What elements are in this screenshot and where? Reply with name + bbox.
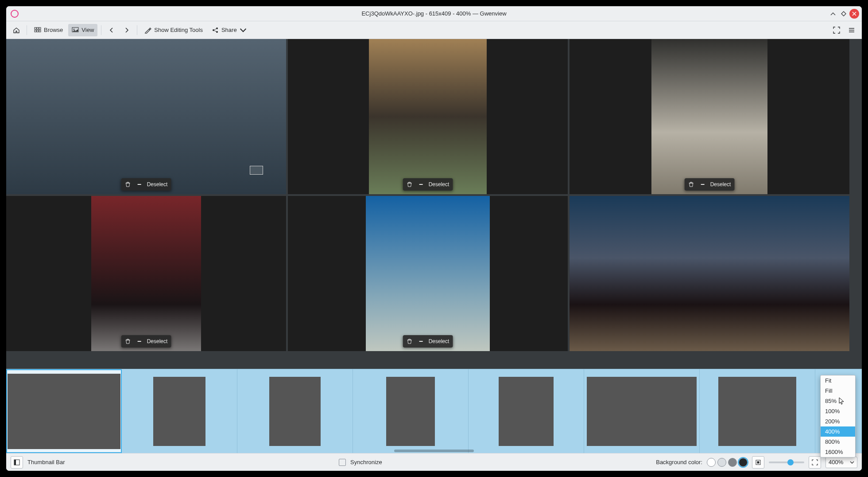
thumb-1[interactable] bbox=[6, 369, 122, 453]
zoom-opt-fit[interactable]: Fit bbox=[821, 375, 855, 386]
zoom-fit-button[interactable] bbox=[752, 456, 764, 469]
svg-point-9 bbox=[216, 27, 218, 29]
thumb-2[interactable] bbox=[122, 369, 237, 453]
chevron-down-icon bbox=[850, 460, 854, 465]
maximize-button[interactable] bbox=[839, 9, 849, 19]
deselect-label[interactable]: Deselect bbox=[147, 181, 168, 188]
thumb-7[interactable] bbox=[700, 369, 815, 453]
cursor-icon bbox=[839, 397, 845, 405]
home-button[interactable] bbox=[10, 24, 23, 36]
deselect-label[interactable]: Deselect bbox=[429, 338, 450, 344]
remove-icon[interactable] bbox=[698, 180, 708, 189]
browse-button[interactable]: Browse bbox=[31, 24, 66, 36]
bg-color-label: Background color: bbox=[656, 459, 702, 465]
image-pane-5[interactable]: Deselect bbox=[288, 196, 568, 351]
bg-color-light[interactable] bbox=[717, 458, 726, 467]
svg-point-7 bbox=[74, 28, 75, 30]
forward-button[interactable] bbox=[120, 24, 133, 36]
chevron-down-icon bbox=[240, 27, 247, 34]
svg-rect-5 bbox=[39, 30, 41, 32]
deselect-label[interactable]: Deselect bbox=[147, 338, 168, 344]
remove-icon[interactable] bbox=[416, 180, 426, 189]
svg-point-8 bbox=[213, 29, 214, 31]
trash-icon[interactable] bbox=[405, 180, 415, 189]
synchronize-label: Synchronize bbox=[350, 459, 382, 465]
zoom-opt-400[interactable]: 400% bbox=[821, 426, 855, 437]
zoom-100-button[interactable] bbox=[809, 456, 821, 469]
deselect-label[interactable]: Deselect bbox=[429, 181, 450, 188]
pane-toolbar: Deselect bbox=[121, 178, 171, 191]
fullscreen-button[interactable] bbox=[830, 24, 843, 36]
image-pane-6[interactable] bbox=[570, 196, 849, 351]
share-button[interactable]: Share bbox=[208, 24, 250, 36]
thumbnail-bar-label: Thumbnail Bar bbox=[27, 459, 65, 465]
bg-color-group bbox=[707, 458, 748, 467]
bg-color-dark[interactable] bbox=[739, 458, 748, 467]
zoom-opt-200[interactable]: 200% bbox=[821, 416, 855, 426]
image-pane-2[interactable]: Deselect bbox=[288, 39, 568, 194]
thumb-4[interactable] bbox=[353, 369, 469, 453]
zoom-dropdown[interactable]: Fit Fill 85% 100% 200% 400% 800% 1600% bbox=[820, 375, 856, 457]
remove-icon[interactable] bbox=[135, 180, 144, 189]
trash-icon[interactable] bbox=[686, 180, 696, 189]
trash-icon[interactable] bbox=[405, 336, 415, 346]
back-button[interactable] bbox=[105, 24, 118, 36]
svg-rect-3 bbox=[35, 30, 36, 32]
show-editing-tools-button[interactable]: Show Editing Tools bbox=[141, 24, 206, 36]
thumbnail-bar[interactable] bbox=[6, 369, 862, 453]
window-title: ECj3QdoWkAAYXO-.jpg - 615x409 - 400% — G… bbox=[361, 10, 506, 17]
trash-icon[interactable] bbox=[123, 336, 133, 346]
synchronize-checkbox[interactable] bbox=[339, 459, 346, 466]
zoom-opt-800[interactable]: 800% bbox=[821, 437, 855, 447]
close-button[interactable] bbox=[849, 9, 859, 19]
browse-label: Browse bbox=[44, 27, 63, 33]
thumb-5[interactable] bbox=[469, 369, 584, 453]
svg-rect-4 bbox=[37, 30, 39, 32]
bg-color-white[interactable] bbox=[707, 458, 716, 467]
svg-rect-12 bbox=[14, 460, 16, 465]
zoom-value: 400% bbox=[829, 459, 843, 465]
nav-indicator[interactable] bbox=[250, 166, 263, 175]
thumb-6[interactable] bbox=[584, 369, 700, 453]
image-pane-3[interactable]: Deselect bbox=[570, 39, 849, 194]
zoom-opt-85[interactable]: 85% bbox=[821, 396, 855, 406]
remove-icon[interactable] bbox=[416, 336, 426, 346]
image-pane-4[interactable]: Deselect bbox=[6, 196, 286, 351]
zoom-opt-1600[interactable]: 1600% bbox=[821, 447, 855, 457]
thumb-3[interactable] bbox=[237, 369, 353, 453]
remove-icon[interactable] bbox=[135, 336, 144, 346]
minimize-button[interactable] bbox=[828, 9, 838, 19]
toggle-thumbnail-bar-button[interactable] bbox=[11, 456, 23, 469]
svg-rect-0 bbox=[35, 27, 36, 29]
image-pane-1[interactable]: Deselect bbox=[6, 39, 286, 194]
bg-color-gray[interactable] bbox=[728, 458, 737, 467]
trash-icon[interactable] bbox=[123, 180, 133, 189]
view-button[interactable]: View bbox=[68, 24, 97, 36]
svg-rect-1 bbox=[37, 27, 39, 29]
zoom-opt-100[interactable]: 100% bbox=[821, 406, 855, 416]
svg-rect-2 bbox=[39, 27, 41, 29]
zoom-opt-fill[interactable]: Fill bbox=[821, 386, 855, 396]
deselect-label[interactable]: Deselect bbox=[710, 181, 731, 188]
hamburger-menu-button[interactable] bbox=[845, 24, 858, 36]
zoom-combobox[interactable]: 400% bbox=[825, 457, 857, 468]
share-label: Share bbox=[221, 27, 237, 33]
app-icon bbox=[11, 10, 19, 18]
svg-rect-14 bbox=[757, 461, 760, 463]
svg-point-10 bbox=[216, 31, 218, 33]
viewer-area[interactable]: Deselect Deselect Deselect bbox=[6, 39, 862, 369]
view-label: View bbox=[81, 27, 94, 33]
zoom-slider[interactable] bbox=[769, 461, 804, 463]
thumb-scrollbar[interactable] bbox=[394, 450, 474, 452]
editing-label: Show Editing Tools bbox=[154, 27, 203, 33]
